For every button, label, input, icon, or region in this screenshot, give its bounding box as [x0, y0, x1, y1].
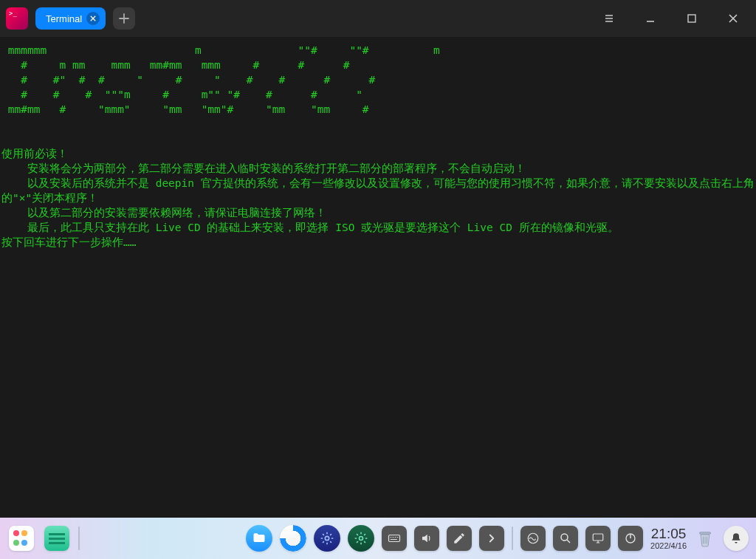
- clock-time: 21:05: [650, 527, 687, 542]
- tray-volume-button[interactable]: [414, 526, 439, 551]
- trash-icon: [698, 529, 712, 547]
- tab-terminal[interactable]: Terminal: [35, 7, 106, 30]
- gear-icon: [320, 531, 334, 546]
- desktop-icon: [591, 532, 605, 545]
- window-titlebar: >_ Terminal: [0, 0, 756, 37]
- app-browser-button[interactable]: [280, 525, 306, 552]
- maximize-icon: [687, 13, 697, 24]
- dock-divider: [512, 527, 513, 550]
- svg-rect-8: [700, 532, 711, 535]
- folder-icon: [252, 531, 267, 546]
- power-icon: [624, 532, 637, 545]
- dock: 21:05 2022/4/16: [0, 518, 756, 559]
- plus-icon: [119, 13, 129, 24]
- tray-monitor-button[interactable]: [520, 526, 546, 551]
- svg-rect-6: [593, 534, 603, 541]
- gear-icon: [354, 531, 368, 546]
- close-icon: [90, 16, 96, 21]
- dock-divider: [78, 527, 80, 550]
- tray-desktop-button[interactable]: [585, 526, 611, 551]
- svg-rect-0: [688, 15, 695, 22]
- app-settings-button[interactable]: [314, 525, 340, 552]
- tray-edit-button[interactable]: [447, 526, 472, 551]
- app-files-button[interactable]: [246, 525, 272, 552]
- clock-date: 2022/4/16: [650, 541, 687, 550]
- svg-point-1: [325, 536, 329, 540]
- tray-search-button[interactable]: [553, 526, 578, 551]
- hamburger-icon: [604, 13, 614, 24]
- minimize-icon: [645, 13, 656, 24]
- window-menu-button[interactable]: [592, 0, 626, 37]
- tray-clock[interactable]: 21:05 2022/4/16: [650, 527, 687, 551]
- bell-icon: [730, 532, 742, 544]
- terminal-output[interactable]: mmmmmm m ""# ""# m # m mm mmm mm#mm mmm …: [0, 37, 756, 518]
- tray-keyboard-button[interactable]: [382, 526, 407, 551]
- pencil-icon: [453, 532, 466, 545]
- tray-power-button[interactable]: [618, 526, 643, 551]
- tab-close-button[interactable]: [86, 12, 100, 25]
- tray-notifications-button[interactable]: [724, 526, 749, 551]
- file-manager-button[interactable]: [43, 524, 71, 552]
- terminal-app-icon: >_: [6, 7, 28, 30]
- launcher-button[interactable]: [7, 524, 35, 552]
- launcher-icon: [9, 526, 34, 551]
- file-manager-icon: [44, 526, 69, 551]
- window-close-button[interactable]: [716, 0, 750, 37]
- close-icon: [728, 13, 738, 24]
- tray-trash-button[interactable]: [694, 527, 716, 549]
- volume-icon: [420, 532, 433, 545]
- svg-point-5: [561, 534, 568, 541]
- app-system-settings-button[interactable]: [348, 525, 374, 552]
- new-tab-button[interactable]: [113, 7, 135, 30]
- window-maximize-button[interactable]: [675, 0, 709, 37]
- svg-rect-3: [389, 535, 400, 542]
- svg-point-2: [360, 537, 363, 541]
- wave-icon: [526, 532, 540, 545]
- tray-next-button[interactable]: [479, 526, 504, 551]
- tab-label: Terminal: [46, 13, 82, 24]
- search-icon: [559, 532, 572, 545]
- terminal-app-icon-glyph: >_: [9, 10, 17, 17]
- chevron-right-icon: [485, 532, 498, 545]
- window-minimize-button[interactable]: [633, 0, 667, 37]
- keyboard-icon: [388, 532, 401, 545]
